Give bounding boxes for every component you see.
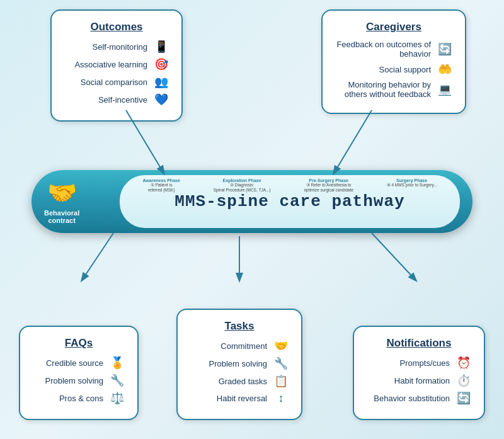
- phase-4: Surgery Phase ④ 4 MMS prior to Surgery..…: [387, 178, 437, 192]
- tasks-item-3: Graded tasks 📋: [189, 374, 290, 388]
- outcomes-title: Outcomes: [63, 21, 170, 33]
- contract-label: Behavioralcontract: [44, 209, 79, 224]
- social-comparison-icon: 👥: [152, 75, 170, 89]
- pathway-phases: Awareness Phase ① Patient isreferred (MS…: [126, 178, 454, 192]
- handshake-icon: 🤝: [47, 179, 77, 207]
- outcomes-card: Outcomes Self-monitoring 📱 Associative l…: [50, 9, 183, 122]
- faqs-item-3: Pros & cons ⚖️: [32, 391, 126, 405]
- notifications-title: Notifications: [365, 337, 472, 350]
- caregivers-item-1: Feedback on outcomes of behavior 🔄: [334, 40, 454, 59]
- pathway-pill: 🤝 Behavioralcontract Awareness Phase ① P…: [32, 170, 472, 233]
- self-incentive-icon: 💙: [152, 93, 170, 106]
- notifications-item-1: Prompts/cues ⏰: [365, 356, 472, 370]
- habit-reversal-icon: ↕️: [272, 392, 290, 405]
- svg-line-4: [372, 233, 416, 280]
- faqs-item-1: Credible source 🏅: [32, 356, 126, 370]
- main-container: Outcomes Self-monitoring 📱 Associative l…: [0, 0, 504, 439]
- caregivers-title: Caregivers: [334, 21, 454, 33]
- commitment-icon: 🤝: [272, 339, 290, 353]
- notifications-item-2: Habit formation ⏱️: [365, 373, 472, 387]
- notifications-card: Notifications Prompts/cues ⏰ Habit forma…: [353, 326, 485, 420]
- caregivers-item-2: Social support 🤲: [334, 62, 454, 76]
- pathway-title: MMS-spine care pathway: [175, 192, 404, 211]
- svg-line-2: [82, 233, 113, 280]
- problem-solving-icon: 🔧: [108, 373, 126, 387]
- graded-tasks-icon: 📋: [272, 374, 290, 388]
- phase-1: Awareness Phase ① Patient isreferred (MS…: [142, 178, 180, 192]
- faqs-title: FAQs: [32, 337, 126, 350]
- behavior-substitution-icon: 🔄: [455, 391, 472, 405]
- social-support-icon: 🤲: [436, 62, 454, 76]
- outcomes-item-1: Self-monitoring 📱: [63, 40, 170, 54]
- pathway-inner: Awareness Phase ① Patient isreferred (MS…: [120, 175, 460, 228]
- behavioral-contract: 🤝 Behavioralcontract: [44, 179, 79, 224]
- phase-3: Pre-Surgery Phase ③ Refer to Anesthesia …: [304, 178, 353, 192]
- outcomes-item-3: Social comparison 👥: [63, 75, 170, 89]
- tasks-card: Tasks Commitment 🤝 Problem solving 🔧 Gra…: [176, 309, 302, 420]
- notifications-item-3: Behavior substitution 🔄: [365, 391, 472, 405]
- tasks-item-2: Problem solving 🔧: [189, 356, 290, 370]
- habit-formation-icon: ⏱️: [455, 373, 472, 387]
- pros-cons-icon: ⚖️: [108, 391, 126, 405]
- prompts-cues-icon: ⏰: [455, 356, 472, 370]
- faqs-item-2: Problem solving 🔧: [32, 373, 126, 387]
- outcomes-item-4: Self-incentive 💙: [63, 93, 170, 106]
- caregivers-card: Caregivers Feedback on outcomes of behav…: [321, 9, 466, 114]
- associative-learning-icon: 🎯: [152, 57, 170, 71]
- monitoring-icon: 💻: [436, 83, 454, 96]
- phase-2: Exploration Phase ② Diagnosis:Spinal Pro…: [214, 178, 271, 192]
- faqs-card: FAQs Credible source 🏅 Problem solving 🔧…: [19, 326, 139, 420]
- tasks-problem-solving-icon: 🔧: [272, 356, 290, 370]
- tasks-item-4: Habit reversal ↕️: [189, 392, 290, 405]
- tasks-item-1: Commitment 🤝: [189, 339, 290, 353]
- svg-line-1: [334, 110, 372, 173]
- credible-source-icon: 🏅: [108, 356, 126, 370]
- self-monitoring-icon: 📱: [152, 40, 170, 54]
- feedback-icon: 🔄: [436, 42, 454, 56]
- outcomes-item-2: Associative learning 🎯: [63, 57, 170, 71]
- caregivers-item-3: Monitoring behavior by others without fe…: [334, 80, 454, 99]
- tasks-title: Tasks: [189, 320, 290, 333]
